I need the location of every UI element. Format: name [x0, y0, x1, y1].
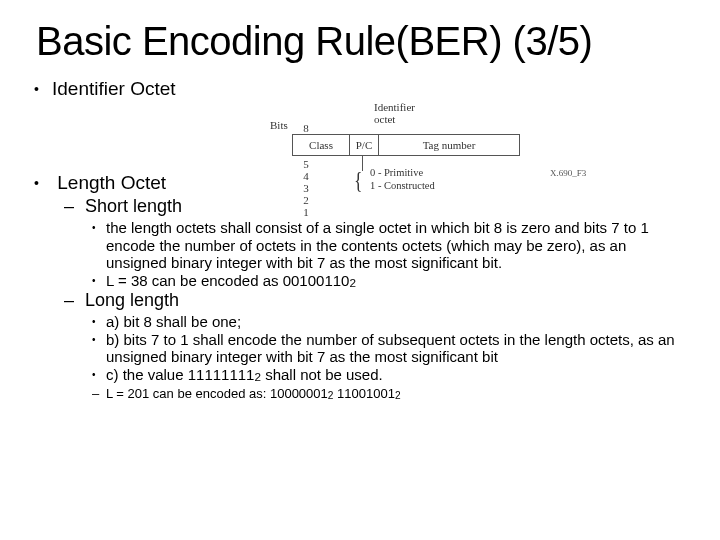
slide-title: Basic Encoding Rule(BER) (3/5) — [36, 18, 684, 64]
pc-values: 0 - Primitive 1 - Constructed — [370, 166, 435, 192]
bullet-short-length: Short length the length octets shall con… — [80, 196, 684, 290]
pc-brace: { — [354, 167, 363, 194]
bit-4: 4 — [292, 170, 320, 182]
bits-label: Bits — [270, 119, 288, 131]
bit-2: 2 — [292, 194, 320, 206]
pc-box: P/C — [349, 134, 378, 156]
bit-1: 1 — [292, 206, 320, 218]
short-length-example: L = 38 can be encoded as 001001102 — [106, 272, 684, 290]
length-octet-label: Length Octet — [57, 172, 166, 193]
long-b: b) bits 7 to 1 shall encode the number o… — [106, 331, 684, 366]
long-a: a) bit 8 shall be one; — [106, 313, 684, 331]
short-length-desc: the length octets shall consist of a sin… — [106, 219, 684, 272]
bullet-list: Identifier Octet — [36, 78, 684, 100]
bit-5: 5 — [292, 158, 320, 170]
figure-reference: X.690_F3 — [550, 168, 586, 178]
tag-number-box: Tag number — [378, 134, 520, 156]
diagram-caption: Identifier octet — [374, 101, 415, 125]
diagram-boxes: Class P/C Tag number — [292, 134, 520, 156]
bullet-list-2: Length Octet Short length the length oct… — [36, 172, 684, 402]
long-c: c) the value 111111112 shall not be used… — [106, 366, 684, 384]
bullet-identifier-octet: Identifier Octet — [52, 78, 684, 100]
pc-value-0: 0 - Primitive — [370, 166, 435, 179]
bullet-long-length: Long length a) bit 8 shall be one; b) bi… — [80, 290, 684, 402]
class-box: Class — [292, 134, 349, 156]
slide: Basic Encoding Rule(BER) (3/5) Identifie… — [0, 0, 720, 540]
long-length-label: Long length — [85, 290, 179, 310]
bullet-length-octet: Length Octet Short length the length oct… — [52, 172, 684, 402]
bit-3: 3 — [292, 182, 320, 194]
long-example: L = 201 can be encoded as: 100000012 110… — [106, 386, 684, 402]
pc-value-1: 1 - Constructed — [370, 179, 435, 192]
bit-8: 8 — [292, 122, 320, 134]
short-length-label: Short length — [85, 196, 182, 216]
